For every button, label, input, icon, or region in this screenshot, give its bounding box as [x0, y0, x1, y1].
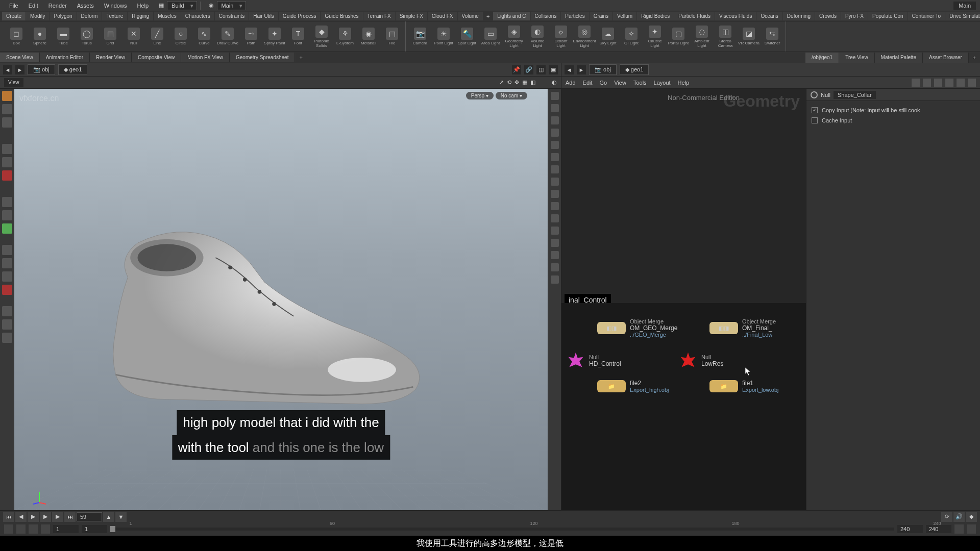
shelf-tool-switcher[interactable]: ⇆Switcher — [761, 28, 783, 45]
node-lowres[interactable]: Null LowRes — [679, 352, 723, 370]
node-body[interactable]: ◧◨ — [597, 322, 626, 334]
node-hd-control[interactable]: Null HD_Control — [567, 352, 621, 370]
pane-tab-add-right[interactable]: + — [969, 53, 980, 63]
shelf-tool-point-light[interactable]: ☀Point Light — [432, 28, 455, 45]
menu-assets[interactable]: Assets — [72, 1, 99, 10]
shelf-tool-draw-curve[interactable]: ✎Draw Curve — [216, 28, 239, 45]
first-frame-button[interactable]: ⏮ — [3, 512, 14, 522]
shelf-tab[interactable]: Cloud FX — [428, 12, 457, 20]
tool-icon[interactable] — [2, 170, 12, 181]
net-toolbar-icon[interactable] — [923, 79, 931, 87]
shelf-tool-path[interactable]: ⤳Path — [240, 28, 262, 45]
shelf-tool-null[interactable]: ✕Null — [122, 28, 145, 45]
display-option-icon[interactable] — [551, 202, 559, 210]
shelf-tool-environment-light[interactable]: ◎Environment Light — [573, 26, 596, 48]
shelf-tab[interactable]: Deforming — [783, 12, 815, 20]
lock-icon[interactable] — [954, 524, 964, 534]
pane-tab-scene-view[interactable]: Scene View — [0, 53, 40, 62]
node-om-geo-merge[interactable]: ◧◨ Object Merge OM_GEO_Merge ../GEO_Merg… — [597, 318, 677, 338]
tool-icon[interactable] — [2, 285, 12, 295]
menu-file[interactable]: File — [4, 1, 23, 10]
shelf-tool-vr-camera[interactable]: ◪VR Camera — [738, 28, 760, 45]
range-end-field[interactable]: 240 — [897, 525, 923, 533]
shelf-tab[interactable]: Pyro FX — [841, 12, 868, 20]
shelf-tool-metaball[interactable]: ◉Metaball — [357, 28, 380, 45]
shelf-tool-platonic-solids[interactable]: ◆Platonic Solids — [310, 26, 333, 48]
shelf-tool-gi-light[interactable]: ✧GI Light — [620, 28, 643, 45]
display-option-icon[interactable] — [551, 178, 559, 186]
tool-icon[interactable] — [2, 197, 12, 207]
net-menu-help[interactable]: Help — [678, 80, 690, 86]
display-option-icon[interactable] — [551, 227, 559, 235]
key-icon[interactable]: ◆ — [966, 512, 977, 522]
tool-icon[interactable] — [2, 319, 12, 330]
null-star-icon[interactable] — [679, 352, 697, 370]
net-toolbar-icon[interactable] — [945, 79, 953, 87]
param-cache-input[interactable]: Cache Input — [812, 115, 975, 126]
shelf-tab[interactable]: Volume — [458, 12, 483, 20]
shelf-tab[interactable]: Hair Utils — [249, 12, 278, 20]
shelf-tool-circle[interactable]: ○Circle — [169, 28, 192, 45]
view-label[interactable]: View — [4, 78, 23, 87]
network-view[interactable]: Non-Commercial Edition Geometry inal_Con… — [561, 89, 806, 510]
tool-icon[interactable] — [2, 117, 12, 128]
lock-icon[interactable] — [2, 157, 12, 167]
shelf-tool-area-light[interactable]: ▭Area Light — [479, 28, 502, 45]
nav-back-icon[interactable]: ◄ — [3, 65, 12, 74]
prev-frame-button[interactable]: ◀ — [15, 512, 27, 522]
display-option-icon[interactable] — [551, 116, 559, 124]
shelf-tool-curve[interactable]: ∿Curve — [193, 28, 215, 45]
net-toolbar-icon[interactable] — [934, 79, 942, 87]
path-crumb-obj[interactable]: 📷 obj — [589, 64, 617, 75]
shelf-tool-volume-light[interactable]: ◐Volume Light — [526, 26, 549, 48]
shelf-tool-portal-light[interactable]: ▢Portal Light — [667, 28, 690, 45]
path-crumb-geo1[interactable]: ◆ geo1 — [58, 64, 88, 75]
node-body[interactable]: ◧◨ — [709, 322, 738, 334]
null-star-icon[interactable] — [567, 352, 585, 370]
node-file2[interactable]: 📁 file2 Export_high.obj — [597, 380, 669, 393]
range-end2-field[interactable]: 240 — [926, 525, 951, 533]
shelf-tab-create[interactable]: Create — [2, 12, 26, 20]
key-icon[interactable] — [967, 524, 976, 534]
select-tool-icon[interactable] — [2, 91, 12, 101]
pane-tab[interactable]: Material Palette — [875, 53, 923, 63]
pin-icon[interactable]: 📌 — [512, 65, 521, 74]
shelf-tab[interactable]: Muscles — [154, 12, 181, 20]
shelf-tab[interactable]: Viscous Fluids — [715, 12, 756, 20]
shelf-tool-torus[interactable]: ◯Torus — [76, 28, 98, 45]
display-option-icon[interactable] — [551, 165, 559, 173]
shelf-tab[interactable]: Drive Simulation — [945, 12, 980, 20]
shelf-tool-spot-light[interactable]: 🔦Spot Light — [456, 28, 478, 45]
range-start2-field[interactable]: 1 — [82, 525, 107, 533]
display-option-icon[interactable] — [551, 190, 559, 198]
link-icon[interactable]: 🔗 — [524, 65, 533, 74]
range-slider[interactable] — [110, 528, 894, 531]
net-menu-view[interactable]: View — [614, 80, 626, 86]
camera-dropdown[interactable]: No cam ▾ — [496, 92, 527, 99]
shelf-tool-camera[interactable]: 📷Camera — [409, 28, 431, 45]
current-frame-field[interactable]: 59 — [77, 512, 102, 521]
play-back-button[interactable]: ▶ — [28, 512, 39, 522]
shelf-tab[interactable]: Populate Con — [868, 12, 908, 20]
shelf-tool-sky-light[interactable]: ☁Sky Light — [597, 28, 619, 45]
shelf-tab[interactable]: Grains — [590, 12, 612, 20]
shelf-tab[interactable]: Crowds — [815, 12, 841, 20]
shelf-tool-distant-light[interactable]: ☼Distant Light — [550, 26, 572, 48]
display-option-icon[interactable] — [551, 263, 559, 271]
display-option-icon[interactable] — [551, 276, 559, 284]
view-tool-icon[interactable]: ⟲ — [507, 79, 511, 86]
shelf-tab[interactable]: Simple FX — [396, 12, 427, 20]
tool-icon[interactable] — [2, 271, 12, 282]
shelf-tool-stereo-camera[interactable]: ◫Stereo Camera — [714, 26, 737, 48]
node-body[interactable]: 📁 — [597, 380, 626, 392]
viewport-3d[interactable]: vfxforce.cn Persp ▾ No cam ▾ — [14, 89, 548, 510]
tool-icon[interactable] — [2, 104, 12, 114]
pane-tab-network[interactable]: /obj/geo1 — [805, 53, 839, 63]
scope-icon[interactable] — [29, 524, 38, 534]
shelf-tab[interactable]: Polygon — [50, 12, 76, 20]
net-toolbar-icon[interactable] — [957, 79, 965, 87]
shelf-tool-tube[interactable]: ▬Tube — [52, 28, 75, 45]
shelf-tab[interactable]: Particles — [561, 12, 589, 20]
shelf-tab-add[interactable]: + — [483, 12, 493, 21]
net-menu-edit[interactable]: Edit — [583, 80, 593, 86]
